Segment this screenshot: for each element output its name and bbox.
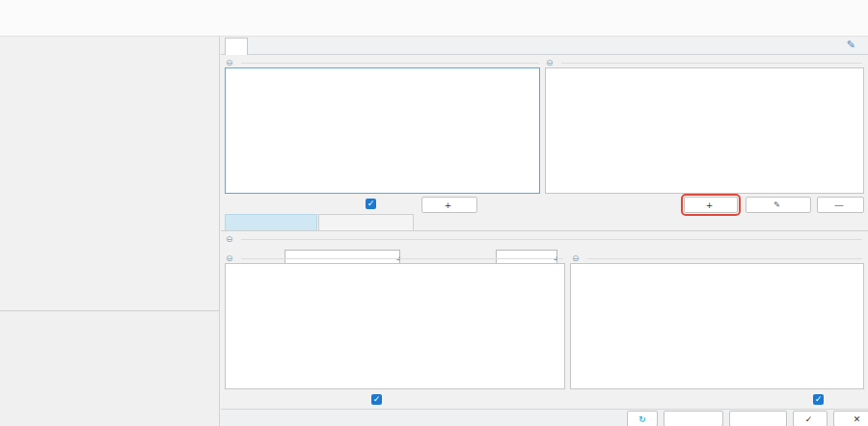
tank-groups-table (225, 67, 540, 194)
application-window: ✎ ⊖ ⊖ ✓ + + (0, 0, 868, 426)
message-log (0, 310, 220, 426)
tab-cells-by-warehouse[interactable] (225, 214, 317, 231)
collapse-icon[interactable]: ⊖ (226, 253, 233, 263)
cancel-button[interactable] (729, 411, 787, 426)
active-f6-checkbox-row[interactable]: ✓ (371, 394, 386, 405)
save-button[interactable] (664, 411, 723, 426)
sku-groups-table (225, 263, 565, 389)
tanks-panel-header: ⊖ (546, 58, 862, 67)
close-button[interactable]: ✕ (833, 411, 868, 426)
document-tab-bar: ✎ (221, 37, 868, 55)
refresh-icon: ↻ (638, 414, 646, 424)
delete-tank-button[interactable]: — (817, 197, 864, 213)
close-x-icon: ✕ (854, 414, 861, 424)
collapse-icon[interactable]: ⊖ (572, 253, 580, 263)
collapse-icon[interactable]: ⊖ (226, 234, 233, 244)
sku-groups-panel-header: ⊖ (226, 253, 563, 263)
collapse-icon[interactable]: ⊖ (546, 58, 554, 67)
refresh-button[interactable]: ↻ (627, 411, 658, 426)
main-toolbar (0, 0, 868, 37)
edit-tank-button[interactable]: ✎ (746, 197, 811, 213)
sku-panel-header: ⊖ (572, 253, 862, 263)
tab-cells-by-goods[interactable] (318, 214, 414, 231)
fuel-checkbox[interactable]: ✓ (813, 394, 824, 405)
active-checkbox-row[interactable]: ✓ (366, 199, 380, 209)
tanks-table (545, 67, 864, 194)
plus-icon: + (706, 200, 714, 210)
edit-pencil-icon[interactable]: ✎ (847, 39, 855, 51)
check-icon: ✓ (805, 414, 813, 424)
minus-icon: — (835, 200, 844, 210)
main-content: ✎ ⊖ ⊖ ✓ + + (221, 37, 868, 426)
fuel-checkbox-row[interactable]: ✓ (813, 394, 827, 405)
active-f6-checkbox[interactable]: ✓ (371, 394, 382, 405)
active-checkbox[interactable]: ✓ (366, 199, 376, 209)
collapse-icon[interactable]: ⊖ (226, 58, 233, 67)
sku-table (570, 263, 864, 389)
pencil-icon: ✎ (773, 200, 780, 209)
tab-rezervuary[interactable] (225, 38, 248, 55)
plus-icon: + (445, 200, 452, 210)
warehouse-panel-header: ⊖ (226, 234, 862, 244)
navigation-tree (0, 37, 220, 310)
add-tank-button[interactable]: + (684, 197, 738, 213)
add-group-button[interactable]: + (421, 197, 477, 213)
ok-button[interactable]: ✓ (793, 411, 827, 426)
groups-panel-header: ⊖ (226, 58, 539, 67)
